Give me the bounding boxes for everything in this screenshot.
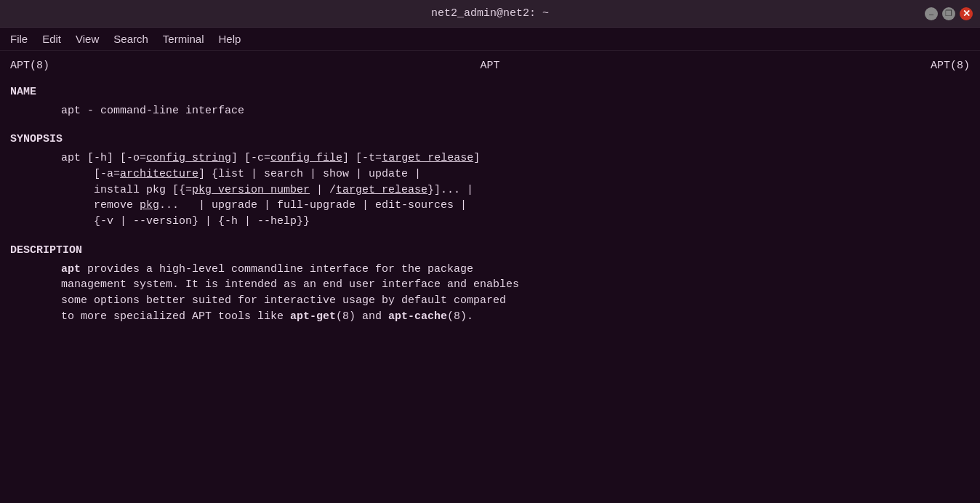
menu-edit[interactable]: Edit xyxy=(35,30,68,48)
synopsis-line-1: apt [-h] [-o=config_string] [-c=config_f… xyxy=(10,150,970,166)
window-title: net2_admin@net2: ~ xyxy=(431,7,549,20)
synopsis-line-5: {-v | --version} | {-h | --help}} xyxy=(10,214,970,230)
synopsis-line-3: install pkg [{=pkg_version_number | /tar… xyxy=(10,182,970,198)
window-controls: – ❐ ✕ xyxy=(925,7,973,20)
description-line-2: management system. It is intended as an … xyxy=(10,277,970,293)
menu-bar: File Edit View Search Terminal Help xyxy=(0,28,980,51)
menu-terminal[interactable]: Terminal xyxy=(156,30,212,48)
description-section: DESCRIPTION apt provides a high-level co… xyxy=(10,243,970,325)
menu-file[interactable]: File xyxy=(3,30,35,48)
name-content: apt - command-line interface xyxy=(10,103,970,119)
minimize-button[interactable]: – xyxy=(925,7,938,20)
man-page-header: APT(8) APT APT(8) xyxy=(10,58,970,74)
menu-search[interactable]: Search xyxy=(106,30,156,48)
description-line-1: apt provides a high-level commandline in… xyxy=(10,262,970,278)
close-button[interactable]: ✕ xyxy=(960,7,973,20)
terminal-content: APT(8) APT APT(8) NAME apt - command-lin… xyxy=(0,51,980,503)
name-section-title: NAME xyxy=(10,84,970,100)
description-line-3: some options better suited for interacti… xyxy=(10,293,970,309)
man-header-right: APT(8) xyxy=(931,58,970,74)
menu-help[interactable]: Help xyxy=(212,30,249,48)
menu-view[interactable]: View xyxy=(68,30,106,48)
synopsis-section: SYNOPSIS apt [-h] [-o=config_string] [-c… xyxy=(10,132,970,230)
name-section: NAME apt - command-line interface xyxy=(10,84,970,119)
synopsis-section-title: SYNOPSIS xyxy=(10,132,970,148)
description-section-title: DESCRIPTION xyxy=(10,243,970,259)
synopsis-line-2: [-a=architecture] {list | search | show … xyxy=(10,166,970,182)
maximize-button[interactable]: ❐ xyxy=(942,7,955,20)
man-header-center: APT xyxy=(480,58,499,74)
description-line-4: to more specialized APT tools like apt-g… xyxy=(10,309,970,325)
title-bar: net2_admin@net2: ~ – ❐ ✕ xyxy=(0,0,980,28)
man-header-left: APT(8) xyxy=(10,58,49,74)
synopsis-line-4: remove pkg... | upgrade | full-upgrade |… xyxy=(10,198,970,214)
